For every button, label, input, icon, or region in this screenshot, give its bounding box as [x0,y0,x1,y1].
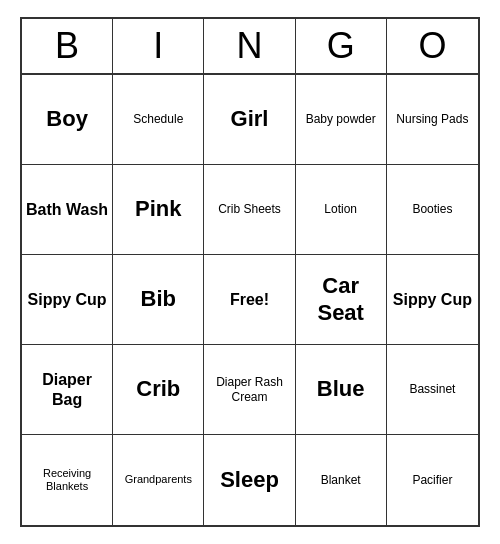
cell-label: Boy [46,106,88,132]
cell-label: Pink [135,196,181,222]
bingo-grid: BoyScheduleGirlBaby powderNursing PadsBa… [22,75,478,525]
bingo-cell: Grandparents [113,435,204,525]
header-letter: B [22,19,113,73]
cell-label: Diaper Bag [26,370,108,408]
bingo-cell: Sleep [204,435,295,525]
bingo-header: BINGO [22,19,478,75]
bingo-cell: Bassinet [387,345,478,435]
cell-label: Crib Sheets [218,202,281,216]
cell-label: Sleep [220,467,279,493]
bingo-cell: Girl [204,75,295,165]
bingo-cell: Receiving Blankets [22,435,113,525]
cell-label: Sippy Cup [393,290,472,309]
bingo-cell: Crib [113,345,204,435]
cell-label: Free! [230,290,269,309]
bingo-cell: Boy [22,75,113,165]
cell-label: Baby powder [306,112,376,126]
bingo-cell: Pacifier [387,435,478,525]
cell-label: Blue [317,376,365,402]
header-letter: G [296,19,387,73]
bingo-cell: Blanket [296,435,387,525]
bingo-cell: Car Seat [296,255,387,345]
cell-label: Sippy Cup [28,290,107,309]
cell-label: Bath Wash [26,200,108,219]
cell-label: Booties [412,202,452,216]
bingo-card: BINGO BoyScheduleGirlBaby powderNursing … [20,17,480,527]
bingo-cell: Bib [113,255,204,345]
bingo-cell: Baby powder [296,75,387,165]
bingo-cell: Bath Wash [22,165,113,255]
bingo-cell: Diaper Rash Cream [204,345,295,435]
cell-label: Crib [136,376,180,402]
bingo-cell: Diaper Bag [22,345,113,435]
cell-label: Schedule [133,112,183,126]
bingo-cell: Free! [204,255,295,345]
cell-label: Car Seat [300,273,382,326]
cell-label: Girl [231,106,269,132]
bingo-cell: Sippy Cup [387,255,478,345]
header-letter: I [113,19,204,73]
bingo-cell: Nursing Pads [387,75,478,165]
bingo-cell: Schedule [113,75,204,165]
bingo-cell: Booties [387,165,478,255]
cell-label: Nursing Pads [396,112,468,126]
bingo-cell: Sippy Cup [22,255,113,345]
cell-label: Diaper Rash Cream [208,375,290,404]
header-letter: N [204,19,295,73]
cell-label: Blanket [321,473,361,487]
cell-label: Bib [141,286,176,312]
cell-label: Pacifier [412,473,452,487]
cell-label: Grandparents [125,473,192,486]
bingo-cell: Lotion [296,165,387,255]
bingo-cell: Blue [296,345,387,435]
cell-label: Lotion [324,202,357,216]
bingo-cell: Crib Sheets [204,165,295,255]
cell-label: Bassinet [409,382,455,396]
header-letter: O [387,19,478,73]
bingo-cell: Pink [113,165,204,255]
cell-label: Receiving Blankets [26,467,108,493]
